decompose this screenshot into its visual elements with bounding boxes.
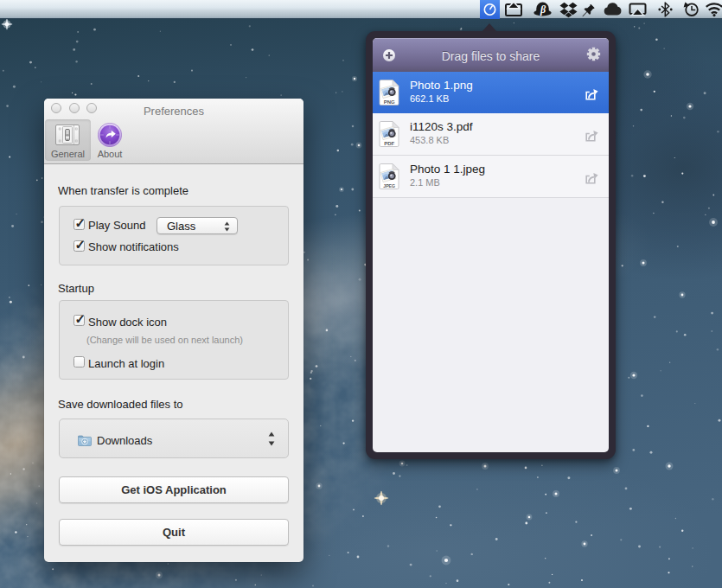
svg-text:β: β	[540, 3, 546, 16]
